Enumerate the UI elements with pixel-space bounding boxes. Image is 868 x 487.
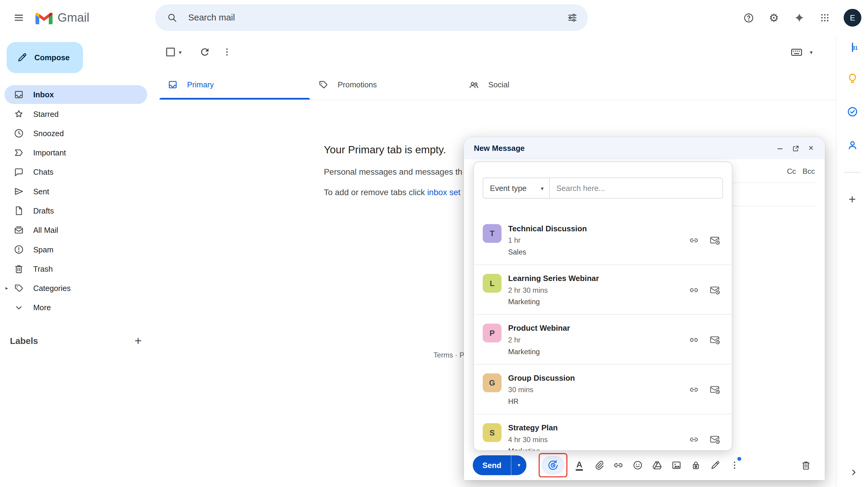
- schedule-refresh-clock-icon: [547, 459, 559, 471]
- sidebar-item-more[interactable]: More: [4, 298, 147, 317]
- main-menu-button[interactable]: [8, 7, 30, 29]
- select-dropdown[interactable]: ▾: [179, 49, 181, 55]
- account-avatar[interactable]: E: [844, 9, 861, 27]
- compose-label: Compose: [34, 53, 70, 62]
- insert-invite-button[interactable]: [709, 433, 721, 445]
- insert-invite-button[interactable]: [709, 284, 721, 296]
- event-item-technical-discussion[interactable]: T Technical Discussion 1 hr Sales: [474, 215, 732, 265]
- inbox-tabs: Primary Promotions Social: [159, 69, 836, 100]
- chevron-down-icon: [13, 302, 24, 313]
- insert-emoji-button[interactable]: [628, 455, 647, 475]
- sidebar-item-important[interactable]: Important: [4, 143, 147, 162]
- copy-link-button[interactable]: [689, 235, 699, 246]
- insert-from-drive-button[interactable]: [647, 455, 666, 475]
- insert-link-button[interactable]: [609, 455, 628, 475]
- side-panel-collapse-button[interactable]: [848, 467, 859, 478]
- copy-link-button[interactable]: [689, 384, 699, 395]
- gemini-button[interactable]: [788, 7, 810, 29]
- side-panel-rail: 31 +: [836, 36, 868, 487]
- sidebar-item-spam[interactable]: Spam: [4, 240, 147, 259]
- tab-primary[interactable]: Primary: [159, 69, 310, 100]
- tab-social[interactable]: Social: [461, 69, 611, 100]
- event-item-group-discussion[interactable]: G Group Discussion 30 mins HR: [474, 364, 732, 414]
- search-filters-button[interactable]: [561, 7, 583, 29]
- meeting-scheduler-button[interactable]: [541, 456, 564, 474]
- send-button[interactable]: Send: [473, 455, 511, 475]
- search-button[interactable]: [163, 8, 181, 27]
- compose-button[interactable]: Compose: [7, 42, 83, 73]
- important-marker-icon: [13, 147, 24, 158]
- sidebar-item-label: Snoozed: [33, 129, 64, 138]
- expand-caret-icon[interactable]: ▸: [5, 286, 8, 291]
- tab-promotions[interactable]: Promotions: [310, 69, 461, 100]
- tasks-app-button[interactable]: [846, 106, 858, 118]
- terms-footer[interactable]: Terms · P: [433, 351, 464, 359]
- sidebar-item-all-mail[interactable]: All Mail: [4, 221, 147, 239]
- popout-icon: [792, 144, 800, 152]
- compose-header[interactable]: New Message ×: [464, 137, 825, 159]
- compose-window-controls: ×: [773, 141, 818, 155]
- event-avatar: G: [483, 374, 501, 392]
- link-icon: [689, 235, 699, 246]
- close-button[interactable]: ×: [804, 141, 818, 155]
- calendar-app-button[interactable]: 31: [852, 43, 853, 52]
- search-input[interactable]: [188, 13, 561, 23]
- sidebar-item-drafts[interactable]: Drafts: [4, 201, 147, 220]
- contacts-app-button[interactable]: [846, 139, 858, 151]
- event-type-select[interactable]: Event type ▾: [483, 178, 550, 198]
- top-bar: Gmail ⚙: [0, 0, 868, 36]
- more-send-options-button[interactable]: [724, 455, 744, 475]
- event-item-strategy-plan[interactable]: S Strategy Plan 4 hr 30 mins Marketing: [474, 414, 732, 451]
- create-label-button[interactable]: +: [135, 335, 142, 347]
- copy-link-button[interactable]: [689, 334, 699, 345]
- refresh-button[interactable]: [194, 41, 216, 63]
- keep-app-button[interactable]: [846, 73, 858, 85]
- popout-button[interactable]: [788, 141, 803, 155]
- gear-icon: ⚙: [769, 11, 779, 24]
- confidential-mode-button[interactable]: [686, 455, 705, 475]
- attach-file-button[interactable]: [589, 455, 608, 475]
- sidebar-item-chats[interactable]: Chats: [4, 163, 147, 181]
- get-addons-button[interactable]: +: [849, 194, 856, 206]
- google-apps-button[interactable]: [814, 7, 836, 29]
- select-all-checkbox[interactable]: [166, 47, 175, 56]
- compose-toolbar: Send ▾ A: [464, 450, 825, 480]
- send-options-button[interactable]: ▾: [511, 455, 526, 475]
- compose-window: New Message × Cc Bcc: [464, 137, 825, 480]
- input-tools-button[interactable]: ▾: [790, 45, 812, 59]
- pencil-icon: [17, 52, 28, 63]
- insert-invite-button[interactable]: [709, 384, 721, 395]
- sidebar-item-snoozed[interactable]: Snoozed: [4, 124, 147, 142]
- discard-draft-button[interactable]: [796, 455, 816, 475]
- bcc-button[interactable]: Bcc: [803, 167, 815, 175]
- insert-photo-button[interactable]: [666, 455, 686, 475]
- sidebar-item-categories[interactable]: ▸ Categories: [4, 279, 147, 298]
- copy-link-button[interactable]: [689, 434, 699, 445]
- event-item-learning-series-webinar[interactable]: L Learning Series Webinar 2 hr 30 mins M…: [474, 265, 732, 315]
- scheduler-controls: Event type ▾: [483, 178, 723, 199]
- email-schedule-icon: [709, 334, 721, 346]
- event-team: HR: [508, 397, 575, 406]
- insert-invite-button[interactable]: [709, 234, 721, 246]
- sidebar-item-inbox[interactable]: Inbox: [4, 85, 147, 104]
- sidebar-item-starred[interactable]: Starred: [4, 104, 147, 123]
- sidebar-item-trash[interactable]: Trash: [4, 259, 147, 278]
- insert-invite-button[interactable]: [709, 334, 721, 346]
- copy-link-button[interactable]: [689, 285, 699, 295]
- sidebar-item-sent[interactable]: Sent: [4, 182, 147, 201]
- formatting-options-button[interactable]: A: [569, 455, 589, 475]
- scheduler-search-input[interactable]: [550, 178, 722, 198]
- notification-dot: [738, 457, 741, 461]
- event-item-product-webinar[interactable]: P Product Webinar 2 hr Marketing: [474, 315, 732, 364]
- settings-button[interactable]: ⚙: [763, 7, 785, 29]
- recipient-options: Cc Bcc: [787, 167, 815, 175]
- support-button[interactable]: [738, 7, 760, 29]
- labels-heading: Labels: [10, 336, 38, 346]
- minimize-button[interactable]: [773, 141, 787, 155]
- search-bar[interactable]: [155, 4, 588, 31]
- inbox-settings-link[interactable]: inbox set: [427, 188, 460, 197]
- cc-button[interactable]: Cc: [787, 167, 796, 175]
- insert-signature-button[interactable]: [705, 455, 724, 475]
- more-options-button[interactable]: [216, 41, 238, 63]
- gmail-m-icon: [36, 11, 53, 24]
